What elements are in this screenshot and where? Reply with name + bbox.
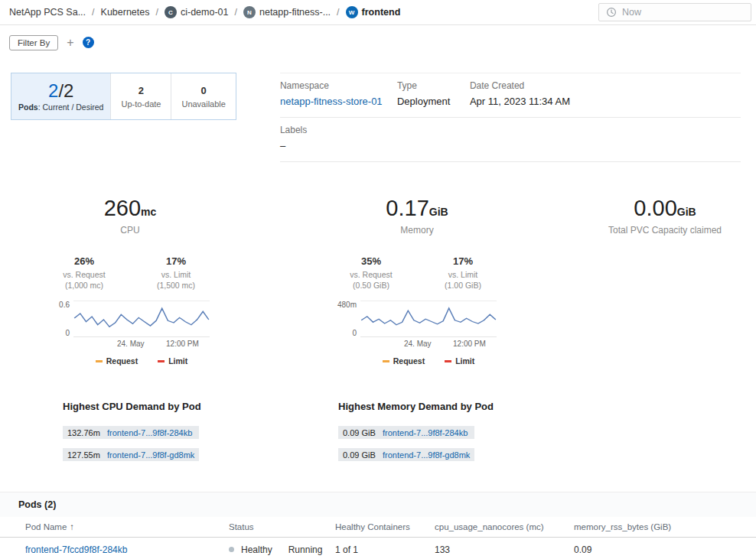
breadcrumb-item-tenant[interactable]: NetApp PCS Sa... <box>9 7 86 18</box>
request-dash-icon <box>96 360 103 362</box>
column-healthy-containers[interactable]: Healthy Containers <box>335 522 435 531</box>
limit-dash-icon <box>445 360 451 362</box>
status-text: Healthy <box>241 544 272 555</box>
breadcrumb-item-namespace-label: netapp-fitness-... <box>259 7 331 18</box>
breadcrumb-item-workload: W frontend <box>346 6 401 18</box>
namespace-field: Namespace netapp-fitness-store-01 <box>280 80 397 107</box>
demand-section: Highest CPU Demand by Pod 132.76m fronte… <box>0 401 756 470</box>
top-bar: NetApp PCS Sa... / Kubernetes / C ci-dem… <box>0 0 756 25</box>
namespace-link[interactable]: netapp-fitness-store-01 <box>280 96 389 107</box>
details-row-1: Namespace netapp-fitness-store-01 Type D… <box>280 73 741 118</box>
type-value: Deployment <box>397 96 462 107</box>
cpu-chart-x-axis: 24. May 12:00 PM <box>73 340 210 351</box>
cpu-demand-title: Highest CPU Demand by Pod <box>63 401 338 412</box>
pods-up-to-date-tile[interactable]: 2 Up-to-date <box>110 73 171 119</box>
pod-link[interactable]: frontend-7...9f8f-gd8mk <box>107 450 194 460</box>
namespace-icon: N <box>243 6 256 18</box>
legend-request: Request <box>383 356 425 366</box>
cpu-demand-row: 127.55m frontend-7...9f8f-gd8mk <box>63 448 199 461</box>
column-pod-name[interactable]: Pod Name↑ <box>25 522 229 531</box>
legend-request: Request <box>96 356 138 366</box>
filter-toolbar: Filter By + ? <box>0 25 756 51</box>
memory-demand-row: 0.09 GiB frontend-7...9f8f-gd8mk <box>338 448 474 461</box>
help-icon[interactable]: ? <box>83 37 94 48</box>
pods-count: 2/2 <box>48 81 73 100</box>
unavailable-label: Unavailable <box>181 99 225 109</box>
labels-field: Labels – <box>280 125 314 151</box>
breadcrumb-item-namespace[interactable]: N netapp-fitness-... <box>243 6 331 18</box>
memory-chart: 480m0 24. May 12:00 PM Request <box>337 301 497 366</box>
pods-count-caption: Pods: Current / Desired <box>18 102 103 112</box>
legend-limit: Limit <box>158 356 187 366</box>
namespace-label: Namespace <box>280 80 389 91</box>
metrics-section: 260mc CPU 26% vs. Request(1,000 mc) 17% … <box>0 197 756 366</box>
pods-unavailable-tile[interactable]: 0 Unavailable <box>171 73 235 119</box>
date-created-field: Date Created Apr 11, 2023 11:34 AM <box>470 80 578 107</box>
column-status[interactable]: Status <box>229 522 335 531</box>
status-cell: Healthy Running <box>229 544 335 555</box>
memory-demand-block: Highest Memory Demand by Pod 0.09 GiB fr… <box>338 401 614 470</box>
memory-label: Memory <box>400 225 433 236</box>
pods-section: Pods (2) Pod Name↑ Status Healthy Contai… <box>0 492 756 559</box>
labels-value: – <box>280 140 307 151</box>
pod-link[interactable]: frontend-7...9f8f-gd8mk <box>383 450 470 460</box>
pod-link[interactable]: frontend-7...9f8f-284kb <box>107 428 192 437</box>
cpu-vs-limit: 17% vs. Limit(1,500 mc) <box>143 255 209 291</box>
memory-demand-title: Highest Memory Demand by Pod <box>338 401 614 412</box>
filter-by-button[interactable]: Filter By <box>9 35 58 50</box>
cpu-value: 260mc <box>104 197 157 219</box>
cpu-chart-legend: Request Limit <box>73 356 210 366</box>
cpu-metric-column: 260mc CPU 26% vs. Request(1,000 mc) 17% … <box>0 197 260 366</box>
memory-rss-value: 0.09 <box>574 544 756 555</box>
pvc-label: Total PVC Capacity claimed <box>608 225 722 236</box>
breadcrumb-item-kubernetes[interactable]: Kubernetes <box>101 7 150 18</box>
pod-link[interactable]: frontend-7...9f8f-284kb <box>383 428 468 437</box>
memory-vs-request: 35% vs. Request(0.50 GiB) <box>338 255 404 291</box>
memory-chart-x-axis: 24. May 12:00 PM <box>360 340 497 351</box>
pvc-metric-column: 0.00GiB Total PVC Capacity claimed <box>574 197 756 366</box>
cpu-demand-value: 127.55m <box>63 450 107 460</box>
date-created-label: Date Created <box>470 80 570 91</box>
healthy-containers-value: 1 of 1 <box>335 544 435 555</box>
breadcrumb: NetApp PCS Sa... / Kubernetes / C ci-dem… <box>9 6 400 18</box>
page-title: frontend <box>362 7 401 18</box>
phase-text: Running <box>288 544 323 555</box>
pods-table: Pod Name↑ Status Healthy Containers cpu_… <box>0 517 756 559</box>
memory-comparison: 35% vs. Request(0.50 GiB) 17% vs. Limit(… <box>338 255 496 291</box>
healthy-dot-icon <box>229 547 234 552</box>
memory-demand-value: 0.09 GiB <box>338 450 383 460</box>
breadcrumb-separator: / <box>155 7 158 18</box>
cpu-vs-request: 26% vs. Request(1,000 mc) <box>51 255 117 291</box>
column-cpu-usage[interactable]: cpu_usage_nanocores (mc) <box>435 522 574 531</box>
date-created-value: Apr 11, 2023 11:34 AM <box>470 96 570 107</box>
summary-section: 2/2 Pods: Current / Desired 2 Up-to-date… <box>11 73 741 162</box>
pods-section-title: Pods (2) <box>0 492 756 517</box>
cpu-demand-block: Highest CPU Demand by Pod 132.76m fronte… <box>63 401 338 470</box>
memory-demand-row: 0.09 GiB frontend-7...9f8f-284kb <box>338 426 474 439</box>
cpu-usage-sparkline <box>73 301 210 336</box>
pod-link[interactable]: frontend-7fccd9f8f-284kb <box>25 544 229 555</box>
memory-metric-column: 0.17GiB Memory 35% vs. Request(0.50 GiB)… <box>260 197 574 366</box>
memory-demand-value: 0.09 GiB <box>338 428 383 437</box>
main-content: 2/2 Pods: Current / Desired 2 Up-to-date… <box>0 73 756 559</box>
sort-asc-icon[interactable]: ↑ <box>70 522 74 531</box>
cpu-demand-value: 132.76m <box>63 428 107 437</box>
type-field: Type Deployment <box>397 80 470 107</box>
memory-chart-legend: Request Limit <box>360 356 497 366</box>
cluster-icon: C <box>165 6 177 18</box>
breadcrumb-item-cluster[interactable]: C ci-demo-01 <box>165 6 229 18</box>
time-range-selector[interactable]: Now <box>598 3 751 21</box>
add-filter-icon[interactable]: + <box>67 37 73 49</box>
cpu-demand-row: 132.76m frontend-7...9f8f-284kb <box>63 426 199 439</box>
time-range-label: Now <box>622 7 641 18</box>
workload-icon: W <box>346 6 358 18</box>
column-memory-rss[interactable]: memory_rss_bytes (GiB) <box>574 522 756 531</box>
cpu-chart: 0.60 24. May 12:00 PM Request <box>51 301 210 366</box>
cpu-label: CPU <box>120 225 139 236</box>
up-to-date-value: 2 <box>138 85 144 96</box>
pods-current-desired-tile[interactable]: 2/2 Pods: Current / Desired <box>11 73 110 119</box>
memory-usage-sparkline <box>360 301 497 336</box>
breadcrumb-separator: / <box>235 7 237 18</box>
details-panel: Namespace netapp-fitness-store-01 Type D… <box>280 73 741 162</box>
type-label: Type <box>397 80 462 91</box>
